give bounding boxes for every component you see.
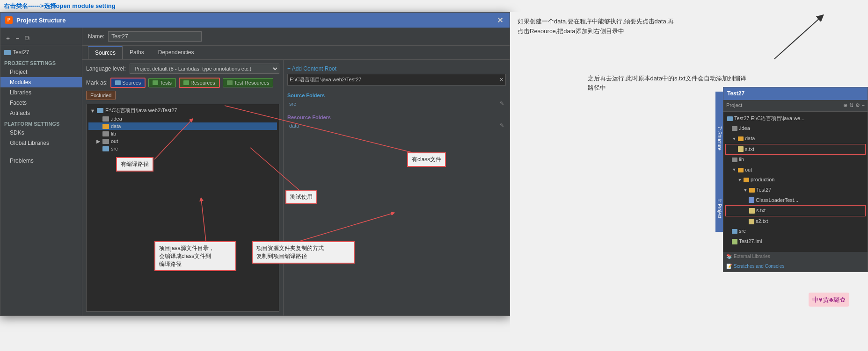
- root-toggle[interactable]: ▼: [90, 108, 95, 113]
- mini-scratches-consoles[interactable]: 📝 Scratches and Consoles: [723, 261, 868, 272]
- add-module-button[interactable]: +: [4, 34, 12, 43]
- tab-dependencies[interactable]: Dependencies: [151, 46, 201, 59]
- language-level-row: Language level: Project default (8 - Lam…: [86, 64, 279, 74]
- annotation-resource: 项目资源文件夹复制的方式 复制到项目编译路径: [252, 241, 355, 264]
- mini-tree-src[interactable]: src: [725, 226, 866, 236]
- mini-tree-out[interactable]: ▼ out: [725, 165, 866, 175]
- mini-tree-s2txt[interactable]: s2.txt: [725, 216, 866, 227]
- toolbar-icon-2[interactable]: ⇅: [849, 101, 853, 110]
- toolbar-icon-1[interactable]: ⊕: [843, 101, 847, 110]
- sources-left: Language level: Project default (8 - Lam…: [82, 60, 284, 315]
- mini-stxt-data-label: s.txt: [745, 145, 754, 154]
- source-folder-edit-icon[interactable]: ✎: [500, 100, 504, 107]
- tab-paths[interactable]: Paths: [123, 46, 151, 59]
- content-root-close-icon[interactable]: ✕: [499, 77, 503, 83]
- mark-as-label: Mark as:: [86, 79, 108, 86]
- tab-sources[interactable]: Sources: [88, 46, 123, 59]
- name-label: Name:: [88, 33, 104, 40]
- sidebar-module-test27[interactable]: Test27: [0, 47, 82, 57]
- tree-item-idea[interactable]: .idea: [88, 115, 277, 122]
- info-text-1: 如果创建一个data,要在程序中能够执行,须要先点击data,再点击Resour…: [518, 18, 674, 35]
- sources-right: + Add Content Root E:\C语言项目\java web2\Te…: [284, 60, 510, 315]
- mini-stxt-data-icon: [738, 146, 744, 152]
- idea-folder-icon: [102, 116, 109, 122]
- toolbar-icon-3[interactable]: ⚙: [855, 101, 860, 110]
- root-path-label: E:\C语言项目\java web2\Test27: [105, 107, 177, 114]
- language-level-select[interactable]: Project default (8 - Lambdas, type annot…: [130, 64, 279, 74]
- sidebar-item-modules[interactable]: Modules: [0, 77, 82, 87]
- tree-item-lib[interactable]: lib: [88, 130, 277, 137]
- remove-module-button[interactable]: −: [14, 34, 21, 43]
- mini-production-icon: [744, 178, 749, 182]
- mini-data-toggle[interactable]: ▼: [732, 136, 737, 141]
- mini-tree-stxt-prod[interactable]: s.txt: [725, 205, 866, 216]
- resource-folder-edit-icon[interactable]: ✎: [500, 122, 504, 129]
- sidebar-item-artifacts[interactable]: Artifacts: [0, 108, 82, 118]
- tree-item-src[interactable]: src: [88, 145, 277, 152]
- mini-panel-title: Test27: [727, 89, 744, 98]
- mini-s2txt-icon: [749, 219, 754, 224]
- mini-stxt-prod-icon: [749, 208, 755, 214]
- mini-production-toggle[interactable]: ▼: [737, 178, 742, 182]
- language-level-label: Language level:: [86, 65, 126, 72]
- main-container: P Project Structure ✕ + − ⧉ Test27: [0, 12, 868, 344]
- annotation-compile-path: 有编译路径: [116, 157, 153, 172]
- mini-data-label: data: [745, 135, 755, 143]
- mini-tree-test27-out[interactable]: ▼ Test27: [725, 185, 866, 195]
- mini-tree-classloader[interactable]: ClassLoaderTest...: [725, 195, 866, 206]
- mini-test27-out-toggle[interactable]: ▼: [743, 188, 748, 193]
- sidebar-item-sdks[interactable]: SDKs: [0, 128, 82, 138]
- vertical-label-structure[interactable]: 7: Structure: [715, 92, 723, 185]
- vertical-label-project[interactable]: 1: Project: [715, 185, 723, 232]
- dialog-content: Name: Sources Paths Dependencies: [82, 28, 510, 315]
- toolbar-project-label: Project: [726, 101, 742, 110]
- sidebar-item-problems[interactable]: Problems: [0, 156, 82, 166]
- mark-as-test-resources-button[interactable]: Test Resources: [223, 78, 274, 87]
- module-folder-icon: [4, 50, 11, 55]
- mini-tree-production[interactable]: ▼ production: [725, 175, 866, 185]
- mark-as-resources-button[interactable]: Resources: [179, 78, 220, 88]
- sidebar-item-libraries[interactable]: Libraries: [0, 87, 82, 98]
- mini-external-libraries[interactable]: 📚 External Libraries: [723, 252, 868, 261]
- sidebar-item-global-libraries[interactable]: Global Libraries: [0, 138, 82, 148]
- annotation-test-use: 测试使用: [285, 190, 317, 204]
- mini-tree-iml[interactable]: Test27.iml: [725, 236, 866, 247]
- info-arrow-svg: [746, 12, 840, 68]
- mini-tree-data[interactable]: ▼ data: [725, 134, 866, 144]
- tree-item-out[interactable]: ▶ out: [88, 137, 277, 145]
- tree-item-data[interactable]: data: [88, 122, 277, 130]
- dialog-title: Project Structure: [16, 17, 495, 24]
- mark-as-sources-button[interactable]: Sources: [110, 78, 146, 88]
- copy-module-button[interactable]: ⧉: [23, 33, 31, 43]
- mini-tree-lib[interactable]: lib: [725, 155, 866, 165]
- mini-tree-idea[interactable]: .idea: [725, 123, 866, 134]
- tree-root[interactable]: ▼ E:\C语言项目\java web2\Test27: [88, 106, 277, 115]
- mini-production-label: production: [751, 176, 774, 184]
- annotation-class-files: 有class文件: [407, 152, 446, 167]
- mini-idea-icon: [732, 126, 737, 131]
- toolbar-icon-4[interactable]: −: [862, 101, 865, 110]
- add-content-root-button[interactable]: + Add Content Root: [287, 64, 506, 74]
- mini-tree-stxt-data[interactable]: s.txt: [725, 144, 866, 155]
- dialog-titlebar: P Project Structure ✕: [0, 13, 510, 28]
- mark-as-tests-button[interactable]: Tests: [148, 78, 176, 87]
- idea-toggle: [96, 116, 101, 121]
- dialog-close-button[interactable]: ✕: [495, 16, 505, 25]
- idea-label: .idea: [111, 116, 122, 122]
- out-toggle[interactable]: ▶: [96, 139, 101, 143]
- mark-as-excluded-button[interactable]: Excluded: [86, 91, 116, 100]
- watermark: 中♥贾♣璐✿: [809, 293, 850, 307]
- mini-tree: Test27 E:\C语言项目\java we... .idea ▼ data …: [723, 112, 868, 252]
- resources-folder-icon: [183, 80, 189, 85]
- external-lib-icon: 📚: [726, 253, 732, 260]
- src-label: src: [111, 146, 118, 151]
- mini-classloader-label: ClassLoaderTest...: [756, 196, 798, 205]
- sidebar-item-project[interactable]: Project: [0, 67, 82, 77]
- svg-line-5: [774, 17, 821, 59]
- mini-out-toggle[interactable]: ▼: [732, 168, 737, 172]
- content-root-path: E:\C语言项目\java web2\Test27 ✕: [287, 74, 506, 86]
- module-name-input[interactable]: [108, 31, 202, 42]
- mini-classloader-icon: [749, 197, 754, 203]
- mini-tree-root[interactable]: Test27 E:\C语言项目\java we...: [725, 114, 866, 124]
- sidebar-item-facets[interactable]: Facets: [0, 98, 82, 108]
